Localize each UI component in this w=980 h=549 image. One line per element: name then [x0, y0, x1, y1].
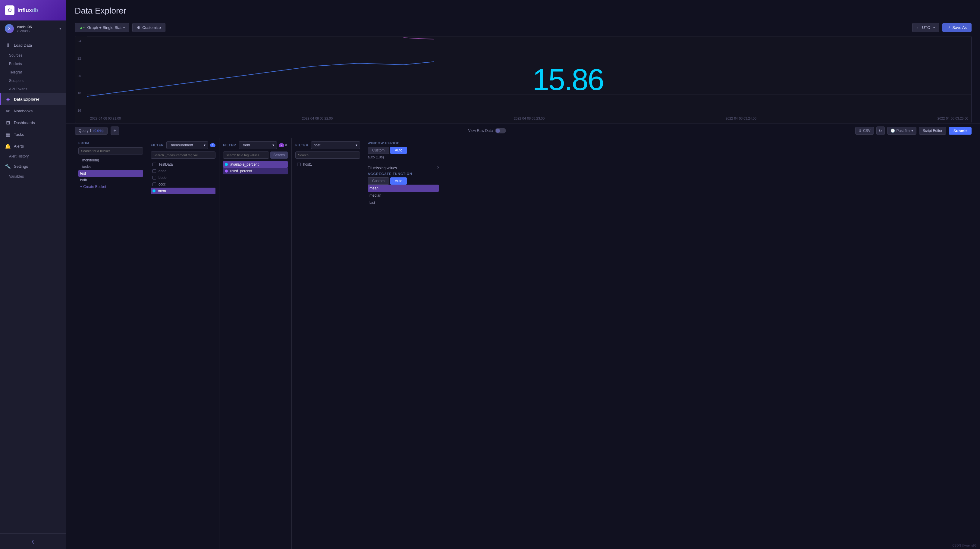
- chart-yaxis: 24 22 20 18 16: [75, 36, 87, 114]
- save-as-label: Save As: [952, 25, 967, 30]
- query-tab[interactable]: Query 1 (0.04s): [75, 127, 108, 135]
- sidebar-subitem-alert-history[interactable]: Alert History: [0, 152, 66, 160]
- measurement-item-cccc[interactable]: cccc: [151, 181, 215, 187]
- agg-item-last[interactable]: last: [368, 199, 439, 206]
- script-editor-button[interactable]: Script Editor: [919, 127, 946, 135]
- field-item-used[interactable]: used_percent: [223, 168, 288, 175]
- sidebar-subitem-scrapers[interactable]: Scrapers: [0, 76, 66, 85]
- toggle-knob: [496, 129, 500, 133]
- submit-button[interactable]: Submit: [949, 127, 972, 135]
- help-icon[interactable]: ?: [437, 166, 439, 170]
- bucket-item[interactable]: _monitoring: [78, 157, 143, 163]
- host-item-host1[interactable]: host1: [295, 161, 360, 168]
- sidebar-item-label: Notebooks: [14, 109, 33, 113]
- notebooks-icon: ✏: [5, 108, 11, 114]
- sidebar-item-notebooks[interactable]: ✏ Notebooks: [0, 105, 66, 117]
- timezone-chevron-icon: ▾: [933, 26, 935, 29]
- checkbox[interactable]: [153, 169, 156, 173]
- sidebar-item-alerts[interactable]: 🔔 Alerts: [0, 140, 66, 152]
- bucket-item[interactable]: _tasks: [78, 163, 143, 170]
- sidebar-item-label: Data Explorer: [14, 97, 40, 102]
- sidebar-subitem-buckets[interactable]: Buckets: [0, 60, 66, 68]
- agg-toggle-group: Custom Auto: [368, 178, 439, 185]
- timezone-arrow-icon: ↑: [917, 25, 919, 30]
- host-dropdown[interactable]: host ▾: [311, 141, 360, 149]
- sidebar-item-tasks[interactable]: ▦ Tasks: [0, 129, 66, 140]
- measurement-item-testdata[interactable]: TestData: [151, 161, 215, 168]
- time-range-button[interactable]: 🕐 Past 5m ▾: [887, 127, 916, 135]
- sidebar-item-dashboards[interactable]: ⊞ Dashboards: [0, 117, 66, 129]
- window-auto-button[interactable]: Auto: [390, 147, 407, 154]
- query-mid: View Raw Data: [122, 128, 852, 133]
- measurement-chevron-icon: ▾: [204, 143, 205, 147]
- main-header: Data Explorer: [66, 0, 980, 23]
- sidebar-collapse-button[interactable]: ❮: [0, 536, 66, 547]
- sidebar-subitem-sources[interactable]: Sources: [0, 51, 66, 60]
- agg-item-mean[interactable]: mean: [368, 185, 439, 192]
- customize-button[interactable]: ⚙ Customize: [132, 23, 165, 32]
- avatar: X: [5, 24, 14, 33]
- csv-label: CSV: [863, 129, 870, 133]
- timezone-button[interactable]: ↑ UTC ▾: [912, 23, 939, 32]
- field-search-button[interactable]: Search: [270, 151, 288, 159]
- bucket-search-input[interactable]: [78, 147, 143, 154]
- sidebar-subitem-variables[interactable]: Variables: [0, 172, 66, 181]
- filter2-badge: 2: [279, 143, 284, 147]
- checkbox[interactable]: [153, 176, 156, 179]
- measurement-item-aaaa[interactable]: aaaa: [151, 168, 215, 175]
- watermark: CSDN @xuehu96: [952, 544, 976, 547]
- field-search-input[interactable]: [223, 151, 269, 159]
- timezone-label: UTC: [922, 25, 930, 30]
- raw-data-switch[interactable]: [495, 128, 506, 133]
- measurement-item-bbbb[interactable]: bbbb: [151, 175, 215, 181]
- download-icon: ⬇: [859, 129, 862, 133]
- agg-item-median[interactable]: median: [368, 192, 439, 199]
- clock-icon: 🕐: [891, 129, 895, 133]
- query-right: ⬇ CSV ↻ 🕐 Past 5m ▾ Script Editor Submit: [855, 127, 972, 135]
- host-search-input[interactable]: [295, 151, 360, 159]
- measurement-search-input[interactable]: [151, 151, 215, 159]
- filter2-title: Filter: [223, 143, 236, 147]
- sidebar-subitem-telegraf[interactable]: Telegraf: [0, 68, 66, 76]
- toolbar: ▲~ Graph + Single Stat ▾ ⚙ Customize ↑ U…: [66, 23, 980, 36]
- filter-host-panel: Filter host ▾ host1: [292, 138, 364, 549]
- measurement-dropdown[interactable]: _measurement ▾: [166, 141, 208, 149]
- filter2-close-button[interactable]: ✕: [284, 143, 288, 148]
- agg-function-title: AGGREGATE FUNCTION: [368, 172, 439, 176]
- checkbox[interactable]: [153, 163, 156, 166]
- fill-missing-section: Fill missing values ?: [368, 164, 439, 172]
- sidebar-subitem-api-tokens[interactable]: API Tokens: [0, 85, 66, 94]
- window-custom-button[interactable]: Custom: [368, 147, 389, 154]
- sidebar-item-data-explorer[interactable]: ◈ Data Explorer: [0, 94, 66, 105]
- query-bar: Query 1 (0.04s) + View Raw Data ⬇ CSV ↻ …: [66, 123, 980, 138]
- add-query-button[interactable]: +: [111, 127, 119, 135]
- toolbar-left: ▲~ Graph + Single Stat ▾ ⚙ Customize: [75, 23, 909, 32]
- logo-text: influxdb: [18, 7, 38, 14]
- sidebar-logo[interactable]: ⬡ influxdb: [0, 0, 66, 21]
- save-as-button[interactable]: ↗ Save As: [942, 23, 972, 32]
- field-dropdown[interactable]: _field ▾: [239, 141, 277, 149]
- dashboards-icon: ⊞: [5, 120, 11, 125]
- bucket-item[interactable]: tsdb: [78, 177, 143, 183]
- raw-data-label: View Raw Data: [468, 129, 493, 133]
- yaxis-label: 22: [78, 57, 85, 60]
- bucket-item-test[interactable]: test: [78, 170, 143, 177]
- stat-value: 15.86: [533, 62, 603, 97]
- sidebar-item-settings[interactable]: 🔧 Settings: [0, 160, 66, 172]
- graph-type-button[interactable]: ▲~ Graph + Single Stat ▾: [75, 23, 129, 32]
- user-menu-chevron-icon[interactable]: ▾: [59, 27, 61, 31]
- refresh-button[interactable]: ↻: [877, 127, 885, 135]
- agg-custom-button[interactable]: Custom: [368, 178, 389, 185]
- measurement-item-mem[interactable]: mem: [151, 187, 215, 194]
- checkbox[interactable]: [153, 182, 156, 186]
- sidebar-item-load-data[interactable]: ⬇ Load Data: [0, 40, 66, 51]
- filter2-header: Filter _field ▾ 2 ✕: [223, 141, 288, 149]
- csv-button[interactable]: ⬇ CSV: [855, 127, 874, 135]
- agg-auto-button[interactable]: Auto: [390, 178, 407, 185]
- create-bucket-item[interactable]: + Create Bucket: [78, 183, 143, 190]
- sidebar-user[interactable]: X xuehu96 xuehu96 ▾: [0, 21, 66, 37]
- field-item-available[interactable]: available_percent: [223, 161, 288, 168]
- settings-icon: 🔧: [5, 163, 11, 169]
- logo-icon: ⬡: [5, 5, 14, 15]
- checkbox[interactable]: [297, 163, 301, 166]
